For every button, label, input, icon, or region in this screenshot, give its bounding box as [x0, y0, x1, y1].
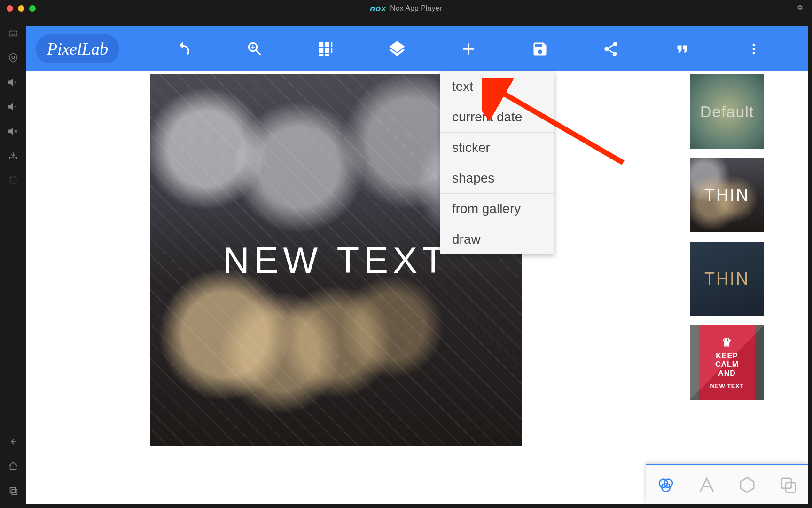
canvas-text-layer[interactable]: NEW TEXT: [223, 239, 449, 282]
tab-blend[interactable]: [655, 474, 677, 496]
add-button[interactable]: [459, 40, 478, 58]
add-menu-item-shapes[interactable]: shapes: [440, 163, 554, 194]
app-logo-text: PixelLab: [47, 39, 108, 59]
svg-rect-15: [12, 489, 17, 494]
window-titlebar: nox Nox App Player: [0, 0, 812, 17]
recent-apps-icon[interactable]: [8, 485, 18, 496]
svg-point-16: [752, 44, 755, 46]
app-content: NEW TEXT text current date sticker shape…: [26, 71, 808, 504]
share-button[interactable]: [601, 40, 620, 58]
template-label: AND: [718, 369, 736, 378]
close-window-button[interactable]: [7, 5, 13, 12]
emulator-settings-button[interactable]: [796, 4, 804, 13]
template-label: CALM: [715, 360, 739, 369]
android-screen: PixelLab NEW TEXT: [26, 26, 808, 504]
add-menu-item-from-gallery[interactable]: from gallery: [440, 194, 554, 224]
template-thin-bokeh[interactable]: THIN: [690, 158, 764, 232]
svg-rect-12: [10, 157, 17, 159]
add-menu-item-sticker[interactable]: sticker: [440, 133, 554, 163]
svg-rect-14: [10, 488, 16, 493]
svg-marker-9: [9, 128, 13, 135]
app-logo[interactable]: PixelLab: [36, 34, 119, 64]
install-apk-icon[interactable]: [8, 151, 18, 161]
location-icon[interactable]: [8, 53, 18, 63]
add-menu: text current date sticker shapes from ga…: [440, 71, 554, 254]
volume-up-icon[interactable]: [8, 77, 18, 87]
template-label: THIN: [704, 185, 750, 205]
crown-icon: ♛: [722, 336, 733, 349]
volume-mute-icon[interactable]: [8, 126, 18, 136]
window-title: nox Nox App Player: [370, 4, 442, 14]
templates-panel: Default THIN THIN ♛ KEEP CALM AND NEW TE…: [646, 71, 808, 504]
minimize-window-button[interactable]: [18, 5, 24, 12]
template-default[interactable]: Default: [690, 74, 764, 149]
zoom-window-button[interactable]: [29, 5, 36, 12]
svg-point-5: [12, 56, 15, 59]
emulator-viewport: PixelLab NEW TEXT: [26, 17, 812, 508]
template-category-tabs: [646, 464, 808, 504]
add-menu-item-draw[interactable]: draw: [440, 224, 554, 254]
nox-logo: nox: [370, 4, 386, 14]
home-icon[interactable]: [8, 461, 18, 471]
window-title-text: Nox App Player: [390, 4, 442, 13]
save-button[interactable]: [531, 40, 549, 58]
tab-text[interactable]: [696, 474, 718, 496]
svg-marker-25: [741, 477, 754, 492]
template-label: THIN: [704, 269, 750, 289]
zoom-button[interactable]: [245, 40, 264, 58]
tab-layers[interactable]: [777, 474, 799, 496]
svg-point-18: [752, 52, 755, 54]
quote-button[interactable]: [673, 40, 692, 58]
template-label: KEEP: [716, 352, 738, 360]
template-label: NEW TEXT: [710, 382, 743, 389]
svg-marker-7: [9, 104, 13, 110]
svg-rect-13: [10, 177, 16, 183]
add-menu-item-text[interactable]: text: [440, 71, 554, 102]
back-icon[interactable]: [8, 437, 18, 447]
tab-shape[interactable]: [736, 474, 758, 496]
svg-marker-6: [9, 79, 13, 86]
svg-point-17: [752, 48, 755, 50]
undo-button[interactable]: [174, 40, 193, 58]
template-thin-dark[interactable]: THIN: [690, 242, 764, 316]
keyboard-icon[interactable]: [8, 28, 18, 39]
svg-rect-0: [9, 31, 17, 36]
add-menu-item-current-date[interactable]: current date: [440, 102, 554, 133]
app-toolbar: PixelLab: [26, 26, 808, 71]
template-label: Default: [700, 103, 754, 121]
layers-button[interactable]: [388, 40, 406, 58]
emulator-sidebar: [0, 17, 26, 508]
screenshot-icon[interactable]: [8, 175, 18, 185]
traffic-lights: [0, 5, 36, 12]
template-keep-calm[interactable]: ♛ KEEP CALM AND NEW TEXT: [690, 325, 764, 400]
grid-button[interactable]: [316, 40, 335, 58]
volume-down-icon[interactable]: [8, 102, 18, 112]
overflow-menu-button[interactable]: [744, 40, 763, 58]
